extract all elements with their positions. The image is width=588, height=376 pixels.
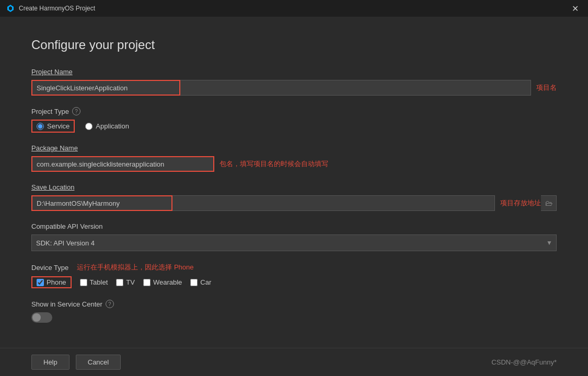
device-wearable[interactable]: Wearable — [143, 278, 182, 286]
device-car[interactable]: Car — [190, 278, 211, 286]
package-name-group: Package Name 包名，填写项目名的时候会自动填写 — [31, 144, 557, 172]
device-tablet-checkbox[interactable] — [80, 279, 87, 286]
folder-icon: 🗁 — [545, 199, 552, 207]
project-name-input[interactable] — [31, 80, 180, 96]
service-center-help-icon[interactable]: ? — [106, 300, 114, 308]
radio-service-label: Service — [47, 122, 70, 130]
toggle-wrapper — [31, 312, 557, 323]
api-version-select[interactable]: SDK: API Version 4 SDK: API Version 5 SD… — [31, 234, 557, 251]
show-service-center-group: Show in Service Center ? — [31, 300, 557, 323]
device-type-label: Device Type 运行在手机模拟器上，因此选择 Phone — [31, 263, 557, 272]
main-content: Configure your project Project Name 项目名 … — [0, 17, 588, 348]
service-center-toggle[interactable] — [31, 312, 52, 323]
window: Create HarmonyOS Project ✕ Configure you… — [0, 0, 588, 376]
cancel-button[interactable]: Cancel — [76, 355, 121, 370]
footer-buttons: Help Cancel — [31, 355, 121, 370]
package-name-input-row: 包名，填写项目名的时候会自动填写 — [31, 156, 557, 172]
project-type-label: Project Type ? — [31, 107, 557, 115]
device-tablet[interactable]: Tablet — [80, 278, 108, 286]
device-tv[interactable]: TV — [116, 278, 135, 286]
radio-application-label: Application — [96, 122, 129, 130]
device-phone[interactable]: Phone — [31, 276, 72, 288]
titlebar: Create HarmonyOS Project ✕ — [0, 0, 588, 17]
save-location-annotation: 项目存放地址 — [500, 198, 541, 208]
radio-application[interactable]: Application — [85, 122, 129, 130]
package-name-input[interactable] — [31, 156, 214, 172]
close-button[interactable]: ✕ — [569, 3, 582, 15]
device-type-checkboxes: Phone Tablet TV Wearable Car — [31, 276, 557, 288]
device-phone-checkbox[interactable] — [37, 279, 44, 286]
watermark: CSDN-@@AqFunny* — [491, 358, 557, 366]
project-name-annotation-field — [180, 80, 531, 96]
device-tv-checkbox[interactable] — [116, 279, 123, 286]
package-name-annotation: 包名，填写项目名的时候会自动填写 — [220, 159, 328, 169]
device-tablet-label: Tablet — [90, 278, 108, 286]
save-location-label: Save Location — [31, 183, 557, 191]
radio-service[interactable]: Service — [31, 120, 75, 133]
api-version-select-wrapper: SDK: API Version 4 SDK: API Version 5 SD… — [31, 234, 557, 251]
project-type-radio-group: Service Application — [31, 120, 557, 133]
project-type-help-icon[interactable]: ? — [72, 107, 80, 115]
project-type-group: Project Type ? Service Application — [31, 107, 557, 133]
project-name-group: Project Name 项目名 — [31, 68, 557, 96]
show-service-center-label: Show in Service Center ? — [31, 300, 557, 308]
device-type-annotation: 运行在手机模拟器上，因此选择 Phone — [77, 263, 193, 272]
project-name-input-row: 项目名 — [31, 80, 557, 96]
radio-application-input[interactable] — [85, 123, 93, 130]
device-wearable-checkbox[interactable] — [143, 279, 151, 286]
device-tv-label: TV — [126, 278, 135, 286]
page-title: Configure your project — [31, 38, 557, 52]
footer: Help Cancel CSDN-@@AqFunny* — [0, 348, 588, 376]
device-type-group: Device Type 运行在手机模拟器上，因此选择 Phone Phone T… — [31, 263, 557, 288]
package-name-label: Package Name — [31, 144, 557, 152]
device-car-checkbox[interactable] — [190, 279, 198, 286]
device-car-label: Car — [200, 278, 211, 286]
help-button[interactable]: Help — [31, 355, 70, 370]
save-location-input[interactable] — [31, 195, 172, 211]
window-title: Create HarmonyOS Project — [19, 5, 569, 12]
device-phone-label: Phone — [47, 278, 66, 286]
toggle-knob — [32, 313, 41, 322]
save-location-input-row: 项目存放地址 🗁 — [31, 195, 557, 211]
harmony-icon — [6, 4, 15, 13]
project-name-label: Project Name — [31, 68, 557, 76]
radio-service-input[interactable] — [37, 123, 44, 130]
project-name-annotation: 项目名 — [536, 83, 557, 92]
api-version-group: Compatible API Version SDK: API Version … — [31, 222, 557, 251]
save-location-group: Save Location 项目存放地址 🗁 — [31, 183, 557, 211]
save-location-annotation-field — [172, 195, 495, 211]
browse-folder-button[interactable]: 🗁 — [541, 195, 557, 211]
device-wearable-label: Wearable — [153, 278, 182, 286]
api-version-label: Compatible API Version — [31, 222, 557, 230]
